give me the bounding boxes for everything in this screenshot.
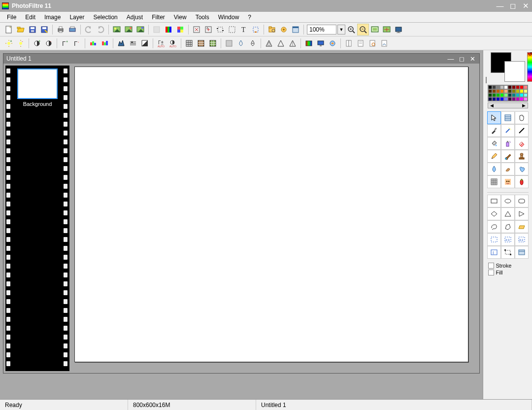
shape-ellipse-icon[interactable] bbox=[501, 195, 515, 207]
palette-swatch[interactable] bbox=[520, 97, 524, 101]
smudge-tool-icon[interactable] bbox=[501, 163, 515, 175]
drop-sharp-icon[interactable] bbox=[247, 37, 259, 49]
heal-tool-icon[interactable] bbox=[515, 163, 529, 175]
palette-swatch[interactable] bbox=[516, 85, 520, 89]
sel-table-icon[interactable] bbox=[515, 246, 529, 259]
palette-swatch[interactable] bbox=[500, 97, 504, 101]
eraser-tool-icon[interactable] bbox=[515, 137, 529, 150]
scanner-icon[interactable] bbox=[66, 24, 78, 35]
histogram-icon[interactable] bbox=[115, 37, 127, 49]
save-icon[interactable] bbox=[27, 24, 38, 35]
menu-file[interactable]: File bbox=[3, 13, 20, 22]
grid3-b-icon[interactable] bbox=[195, 37, 207, 49]
fill-checkbox[interactable] bbox=[488, 270, 494, 275]
document-titlebar[interactable]: Untitled 1 ― ◻ ✕ bbox=[3, 54, 479, 64]
menu-window[interactable]: Window bbox=[214, 13, 243, 22]
art-tool-icon[interactable] bbox=[515, 175, 529, 188]
brush-tool-icon[interactable] bbox=[501, 150, 515, 163]
shape-lasso-icon[interactable] bbox=[487, 220, 501, 233]
grayscale-icon[interactable] bbox=[139, 37, 151, 49]
palette-swatch[interactable] bbox=[488, 89, 492, 93]
palette-swatch[interactable] bbox=[496, 85, 500, 89]
save-as-icon[interactable] bbox=[38, 24, 50, 35]
menu-edit[interactable]: Edit bbox=[21, 13, 39, 22]
palette-swatch[interactable] bbox=[488, 93, 492, 97]
menu-selection[interactable]: Selection bbox=[89, 13, 121, 22]
gamma-up-icon[interactable]: Γ+ bbox=[59, 37, 71, 49]
palette-swatch[interactable] bbox=[488, 85, 492, 89]
palette-swatch[interactable] bbox=[516, 97, 520, 101]
palette-swatch[interactable] bbox=[504, 97, 508, 101]
palette-swatch[interactable] bbox=[524, 85, 528, 89]
palette-swatch[interactable] bbox=[504, 85, 508, 89]
fit-auto-icon[interactable] bbox=[381, 24, 393, 35]
size-b-icon[interactable]: A bbox=[202, 24, 214, 35]
auto-contrast-icon[interactable]: AUTO bbox=[167, 37, 179, 49]
palette-swatch[interactable] bbox=[524, 89, 528, 93]
zoom-out-icon[interactable] bbox=[357, 24, 369, 35]
palette-swatch[interactable] bbox=[508, 89, 512, 93]
pencil-tool-icon[interactable] bbox=[487, 150, 501, 163]
shape-triangle-r-icon[interactable] bbox=[515, 207, 529, 220]
sel-ratio-32-icon[interactable]: 3:2 bbox=[515, 233, 529, 246]
sel-ratio-43-icon[interactable]: 4:3 bbox=[501, 233, 515, 246]
color-fgbg[interactable]: ↺ bbox=[491, 52, 525, 82]
zoom-in-icon[interactable] bbox=[345, 24, 357, 35]
palette-swatch[interactable] bbox=[516, 93, 520, 97]
menu-tools[interactable]: Tools bbox=[192, 13, 213, 22]
page-b-icon[interactable] bbox=[355, 37, 366, 49]
marquee-icon[interactable] bbox=[226, 24, 238, 35]
default-colors-icon[interactable] bbox=[486, 77, 487, 83]
menu-help[interactable]: ? bbox=[244, 13, 255, 22]
tri-b-icon[interactable] bbox=[287, 37, 299, 49]
wand-tool-icon[interactable] bbox=[501, 124, 515, 137]
menu-image[interactable]: Image bbox=[40, 13, 65, 22]
brightness-up-icon[interactable]: + bbox=[3, 37, 15, 49]
palette-swatch[interactable] bbox=[500, 89, 504, 93]
levels-icon[interactable] bbox=[127, 37, 139, 49]
palette-swatch[interactable] bbox=[492, 97, 496, 101]
pointer-tool-icon[interactable] bbox=[487, 111, 501, 124]
grid3-a-icon[interactable] bbox=[183, 37, 195, 49]
stamp-tool-icon[interactable] bbox=[515, 150, 529, 163]
redeye-tool-icon[interactable] bbox=[501, 175, 515, 188]
canvas[interactable] bbox=[74, 67, 468, 362]
palette-swatch[interactable] bbox=[496, 93, 500, 97]
sel-ratio-a-icon[interactable] bbox=[487, 233, 501, 246]
layer-thumbnail[interactable] bbox=[17, 68, 58, 99]
shape-roundrect-icon[interactable] bbox=[515, 195, 529, 207]
doc-maximize-icon[interactable]: ◻ bbox=[458, 55, 466, 63]
hue-strip[interactable] bbox=[527, 52, 532, 82]
grid-rgb-icon[interactable] bbox=[174, 24, 186, 35]
palette-swatch[interactable] bbox=[524, 97, 528, 101]
drop-blur-icon[interactable] bbox=[235, 37, 247, 49]
palette-swatch[interactable] bbox=[504, 89, 508, 93]
background-color[interactable] bbox=[504, 61, 525, 82]
palette-swatch[interactable] bbox=[500, 93, 504, 97]
palette-nav[interactable]: ◀▶ bbox=[488, 102, 528, 108]
page-a-icon[interactable] bbox=[343, 37, 355, 49]
palette-swatch[interactable] bbox=[520, 85, 524, 89]
shape-open-icon[interactable] bbox=[515, 220, 529, 233]
sel-text-icon[interactable]: I bbox=[487, 246, 501, 259]
rgb-icon[interactable] bbox=[163, 24, 174, 35]
zoom-field[interactable]: 100% bbox=[307, 25, 336, 34]
color-palette[interactable] bbox=[488, 85, 528, 102]
sel-transform-icon[interactable] bbox=[501, 246, 515, 259]
palette-swatch[interactable] bbox=[512, 93, 516, 97]
palette-swatch[interactable] bbox=[500, 85, 504, 89]
hand-tool-icon[interactable] bbox=[515, 111, 529, 124]
shape-rect-icon[interactable] bbox=[487, 195, 501, 207]
clip-icon[interactable] bbox=[250, 24, 262, 35]
menu-layer[interactable]: Layer bbox=[66, 13, 88, 22]
palette-swatch[interactable] bbox=[516, 89, 520, 93]
monitor-icon[interactable] bbox=[315, 37, 327, 49]
bucket-tool-icon[interactable] bbox=[487, 137, 501, 150]
shape-polygon-icon[interactable] bbox=[501, 220, 515, 233]
palette-prev-icon[interactable]: ◀ bbox=[490, 103, 494, 108]
plugin-icon[interactable] bbox=[278, 24, 290, 35]
palette-swatch[interactable] bbox=[488, 97, 492, 101]
auto-gamma-icon[interactable]: Γ±AUTO bbox=[155, 37, 167, 49]
fit-window-icon[interactable] bbox=[369, 24, 381, 35]
page-c-icon[interactable] bbox=[366, 37, 378, 49]
